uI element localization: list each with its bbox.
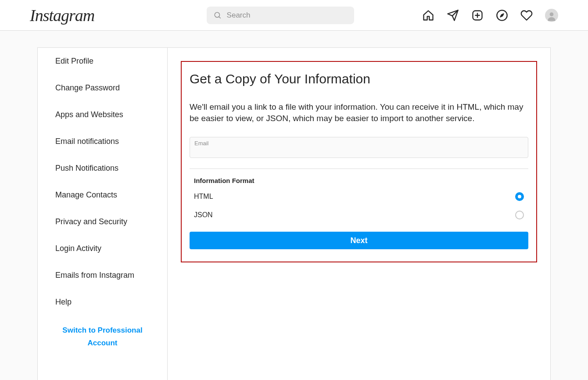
sidebar-item-privacy-security[interactable]: Privacy and Security [38,208,167,235]
sidebar-item-email-notifications[interactable]: Email notifications [38,128,167,155]
search-input[interactable] [227,11,347,20]
home-icon[interactable] [422,9,434,22]
switch-professional-link[interactable]: Switch to Professional Account [38,315,167,358]
svg-point-0 [215,12,219,17]
sidebar-item-change-password[interactable]: Change Password [38,75,167,101]
nav-icons [422,9,558,22]
format-option-json[interactable]: JSON [190,211,528,219]
sidebar-item-push-notifications[interactable]: Push Notifications [38,155,167,182]
sidebar-item-manage-contacts[interactable]: Manage Contacts [38,182,167,208]
top-navigation: Instagram [0,0,588,31]
explore-icon[interactable] [496,9,508,22]
instagram-logo[interactable]: Instagram [30,6,94,25]
svg-point-8 [550,12,554,16]
search-icon [214,11,222,19]
radio-selected-icon[interactable] [515,192,524,201]
format-option-html-label: HTML [194,193,213,201]
svg-marker-7 [500,14,503,17]
settings-main: Get a Copy of Your Information We'll ema… [168,48,550,380]
sidebar-item-edit-profile[interactable]: Edit Profile [38,48,167,75]
download-data-panel: Get a Copy of Your Information We'll ema… [181,61,537,262]
settings-page: Edit Profile Change Password Apps and We… [37,47,551,380]
email-field[interactable]: Email [190,137,528,158]
divider [190,168,528,169]
svg-line-1 [219,17,221,18]
new-post-icon[interactable] [471,9,484,22]
search-container[interactable] [207,7,354,24]
sidebar-item-login-activity[interactable]: Login Activity [38,235,167,262]
format-option-html[interactable]: HTML [190,192,528,201]
page-description: We'll email you a link to a file with yo… [190,101,528,124]
sidebar-item-apps-websites[interactable]: Apps and Websites [38,101,167,128]
email-label: Email [194,140,209,147]
format-heading: Information Format [194,177,524,184]
radio-unselected-icon[interactable] [515,211,524,219]
format-option-json-label: JSON [194,211,213,219]
next-button[interactable]: Next [190,232,528,249]
page-title: Get a Copy of Your Information [190,72,528,86]
settings-sidebar: Edit Profile Change Password Apps and We… [38,48,168,380]
sidebar-item-help[interactable]: Help [38,289,167,315]
profile-avatar[interactable] [545,9,558,22]
sidebar-item-emails-instagram[interactable]: Emails from Instagram [38,262,167,289]
messages-icon[interactable] [447,9,459,22]
activity-icon[interactable] [520,9,533,22]
